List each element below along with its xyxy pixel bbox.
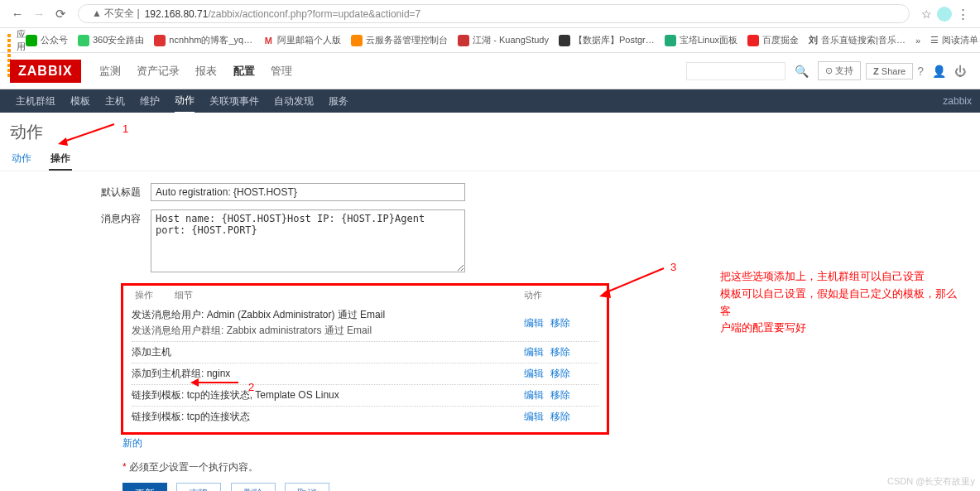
bookmark-item[interactable]: 江湖 - KuangStudy <box>458 34 549 46</box>
col-action: 动作 <box>524 289 598 301</box>
search-input[interactable] <box>686 62 785 80</box>
subnav-hostgroup[interactable]: 主机群组 <box>16 90 55 113</box>
remove-link[interactable]: 移除 <box>550 346 570 358</box>
bookmark-item[interactable]: 【数据库】Postgr… <box>559 34 655 46</box>
operation-row: 添加主机 编辑移除 <box>132 341 598 363</box>
remove-link[interactable]: 移除 <box>550 411 570 422</box>
operation-row: 发送消息给用户: Admin (Zabbix Administrator) 通过… <box>132 305 598 341</box>
operation-row: 链接到模板: tcp的连接状态 编辑移除 <box>132 406 598 427</box>
required-note: * 必须至少设置一个执行内容。 <box>122 460 970 474</box>
forward-icon[interactable]: → <box>31 7 47 21</box>
anno-num-3: 3 <box>670 261 676 273</box>
user-icon[interactable]: 👤 <box>932 65 946 78</box>
bookmark-item[interactable]: 刘音乐直链搜索|音乐… <box>809 34 906 46</box>
apps-icon[interactable] <box>7 33 12 48</box>
col-detail: 细节 <box>175 289 524 301</box>
anno-num-2: 2 <box>248 381 254 393</box>
url-bar[interactable]: ▲ 不安全 | 192.168.80.71 /zabbix/actionconf… <box>78 4 910 23</box>
reload-icon[interactable]: ⟳ <box>52 7 69 22</box>
url-host: 192.168.80.71 <box>145 8 209 20</box>
browser-toolbar: ← → ⟳ ▲ 不安全 | 192.168.80.71 /zabbix/acti… <box>0 0 980 28</box>
operations-box: 操作 细节 动作 发送消息给用户: Admin (Zabbix Administ… <box>121 283 609 435</box>
subnav-correlation[interactable]: 关联项事件 <box>209 90 259 113</box>
zabbix-logo[interactable]: ZABBIX <box>10 60 81 83</box>
zabbix-header: ZABBIX 监测 资产记录 报表 配置 管理 🔍 ⊙ 支持 Z Share ?… <box>0 53 980 89</box>
nav-config[interactable]: 配置 <box>233 65 255 77</box>
default-title-input[interactable] <box>151 183 465 201</box>
page-title: 动作 <box>0 113 980 148</box>
menu-icon[interactable]: ⋮ <box>954 7 971 22</box>
url-path: /zabbix/actionconf.php?form=update&actio… <box>208 8 420 20</box>
subnav-services[interactable]: 服务 <box>329 90 348 113</box>
edit-link[interactable]: 编辑 <box>524 346 544 358</box>
apps-label[interactable]: 应用 <box>17 28 26 53</box>
bookmark-item[interactable]: 百度掘金 <box>747 34 799 46</box>
cancel-button[interactable]: 取消 <box>285 483 329 491</box>
remove-link[interactable]: 移除 <box>550 368 570 379</box>
update-button[interactable]: 更新 <box>122 483 167 491</box>
profile-avatar[interactable] <box>937 7 952 22</box>
nav-reports[interactable]: 报表 <box>195 65 217 77</box>
anno-num-1: 1 <box>122 123 128 135</box>
delete-button[interactable]: 删除 <box>231 483 276 491</box>
share-link[interactable]: Z Share <box>866 63 913 79</box>
remove-link[interactable]: 移除 <box>550 317 570 329</box>
overflow-icon[interactable]: » <box>915 36 920 46</box>
bookmark-item[interactable]: 云服务器管理控制台 <box>351 34 448 46</box>
bookmark-item[interactable]: 宝塔Linux面板 <box>665 34 737 46</box>
star-icon[interactable]: ☆ <box>921 7 932 21</box>
clone-button[interactable]: 克隆 <box>176 483 221 491</box>
search-icon[interactable]: 🔍 <box>795 65 809 78</box>
primary-nav: 监测 资产记录 报表 配置 管理 <box>93 64 299 79</box>
nav-inventory[interactable]: 资产记录 <box>137 65 180 77</box>
operation-row: 添加到主机群组: nginx 编辑移除 <box>132 363 598 384</box>
reading-list[interactable]: ☰阅读清单 <box>930 34 978 46</box>
label-message: 消息内容 <box>10 209 151 275</box>
label-ops: 操作 <box>132 289 175 301</box>
support-link[interactable]: ⊙ 支持 <box>818 61 861 80</box>
back-icon[interactable]: ← <box>9 7 26 21</box>
edit-link[interactable]: 编辑 <box>524 368 544 379</box>
edit-link[interactable]: 编辑 <box>524 389 544 401</box>
anno-note: 把这些选项添加上，主机群组可以自己设置模板可以自己设置，假如是自己定义的模板，那… <box>720 268 960 337</box>
subnav-discovery[interactable]: 自动发现 <box>274 90 314 113</box>
edit-link[interactable]: 编辑 <box>524 411 544 422</box>
new-operation-link[interactable]: 新的 <box>122 437 142 449</box>
watermark: CSDN @长安有故里y <box>887 475 975 488</box>
secondary-nav: 主机群组 模板 主机 维护 动作 关联项事件 自动发现 服务 zabbix <box>0 89 980 113</box>
subnav-hosts[interactable]: 主机 <box>105 90 125 113</box>
tab-action[interactable]: 动作 <box>10 148 33 169</box>
edit-link[interactable]: 编辑 <box>524 317 544 329</box>
security-indicator: ▲ 不安全 | <box>92 7 140 21</box>
bookmark-item[interactable]: 公众号 <box>26 34 68 46</box>
bookmarks-bar: 应用 公众号 360安全路由 ncnhhm的博客_yq… M阿里邮箱个人版 云服… <box>0 28 980 53</box>
nav-admin[interactable]: 管理 <box>271 65 292 77</box>
power-icon[interactable]: ⏻ <box>954 65 966 78</box>
message-textarea[interactable]: Host name: {HOST.HOST}Host IP: {HOST.IP}… <box>151 209 465 272</box>
subnav-maintenance[interactable]: 维护 <box>140 90 160 113</box>
help-icon[interactable]: ? <box>917 65 924 78</box>
bookmark-item[interactable]: ncnhhm的博客_yq… <box>154 34 252 46</box>
tabs: 动作 操作 <box>0 148 980 171</box>
subnav-actions[interactable]: 动作 <box>175 89 195 113</box>
bookmark-item[interactable]: M阿里邮箱个人版 <box>262 34 341 46</box>
tab-operations[interactable]: 操作 <box>49 148 72 171</box>
bookmark-item[interactable]: 360安全路由 <box>78 34 144 46</box>
remove-link[interactable]: 移除 <box>550 389 570 401</box>
operation-row: 链接到模板: tcp的连接状态, Template OS Linux 编辑移除 <box>132 384 598 406</box>
breadcrumb: zabbix <box>943 95 972 107</box>
label-default-title: 默认标题 <box>10 183 151 201</box>
subnav-templates[interactable]: 模板 <box>70 90 90 113</box>
nav-monitoring[interactable]: 监测 <box>99 65 121 77</box>
